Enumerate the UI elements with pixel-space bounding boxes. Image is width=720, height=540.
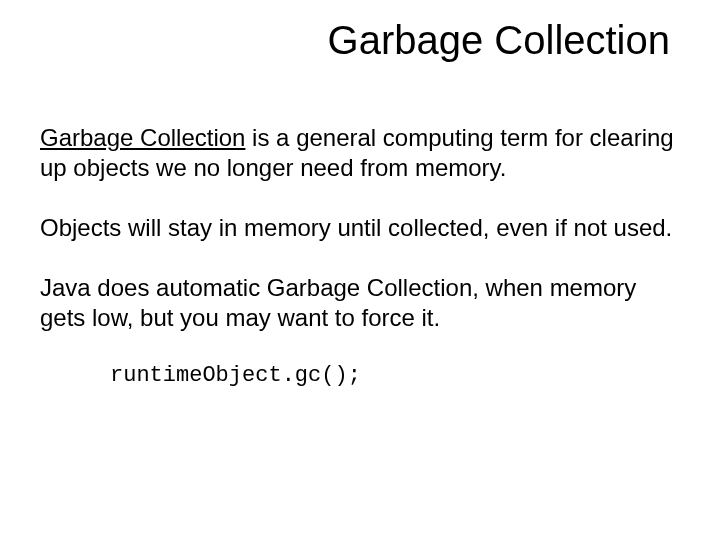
paragraph-1: Garbage Collection is a general computin… [40, 123, 680, 183]
slide-title: Garbage Collection [40, 18, 670, 63]
paragraph-2: Objects will stay in memory until collec… [40, 213, 680, 243]
code-snippet: runtimeObject.gc(); [110, 363, 680, 388]
paragraph-1-underlined: Garbage Collection [40, 124, 245, 151]
paragraph-3: Java does automatic Garbage Collection, … [40, 273, 680, 333]
